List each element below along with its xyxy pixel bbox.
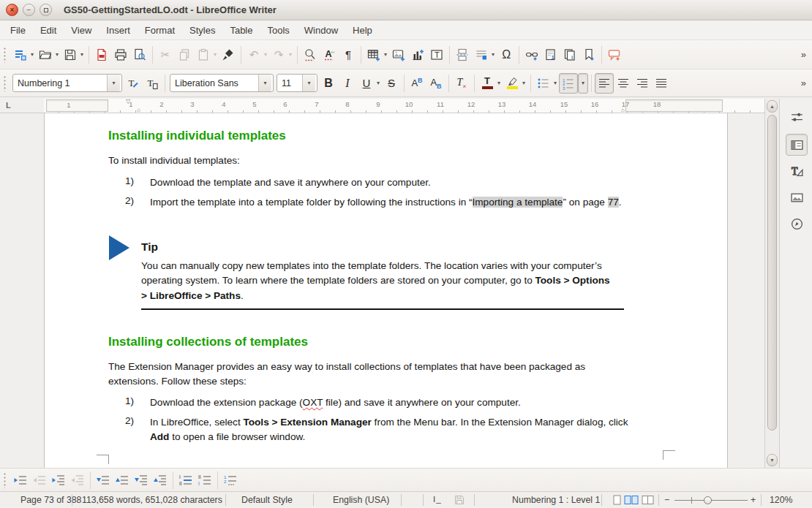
document-page[interactable]: Installing individual templates To insta… bbox=[44, 113, 728, 468]
justify-button[interactable] bbox=[652, 73, 671, 94]
zoom-out-button[interactable]: − bbox=[664, 495, 669, 505]
word-count-status[interactable]: 113,658 words, 651,028 characters bbox=[82, 495, 222, 505]
menu-format[interactable]: Format bbox=[138, 22, 182, 39]
redo-dropdown[interactable]: ▾ bbox=[289, 51, 292, 58]
book-view-button[interactable] bbox=[642, 495, 654, 507]
maximize-button[interactable] bbox=[40, 4, 52, 16]
new-dropdown[interactable]: ▾ bbox=[31, 51, 34, 58]
hanging-indent-marker[interactable]: ⌂ bbox=[137, 107, 140, 113]
insert-comment-button[interactable] bbox=[605, 45, 624, 65]
print-preview-button[interactable] bbox=[130, 45, 149, 65]
insert-hyperlink-button[interactable] bbox=[522, 45, 541, 65]
align-right-button[interactable] bbox=[633, 73, 652, 94]
align-center-button[interactable] bbox=[614, 73, 633, 94]
move-up-with-subpoints-button[interactable] bbox=[151, 470, 170, 490]
toolbar-overflow-button[interactable]: » bbox=[801, 77, 806, 88]
scroll-up-button[interactable]: ▲ bbox=[767, 100, 778, 113]
page-number-field[interactable]: 77 bbox=[608, 197, 619, 208]
sidebar-properties-tab[interactable] bbox=[786, 134, 808, 156]
clone-formatting-button[interactable] bbox=[219, 45, 238, 65]
promote-button[interactable] bbox=[30, 470, 49, 490]
page-style-status[interactable]: Default Style bbox=[241, 495, 293, 505]
toolbar-overflow-button[interactable]: » bbox=[801, 49, 806, 60]
toolbar-grip[interactable] bbox=[3, 47, 7, 63]
menu-view[interactable]: View bbox=[64, 22, 99, 39]
move-up-button[interactable] bbox=[113, 470, 132, 490]
font-size-combo[interactable]: ▾ bbox=[277, 74, 317, 92]
unordered-list-button[interactable] bbox=[534, 73, 553, 94]
move-down-with-subpoints-button[interactable] bbox=[132, 470, 151, 490]
menu-window[interactable]: Window bbox=[297, 22, 345, 39]
zoom-percent[interactable]: 120% bbox=[770, 495, 792, 505]
insert-page-break-button[interactable] bbox=[453, 45, 472, 65]
titlebar[interactable]: × − GS50-GettingStartedLO.odt - LibreOff… bbox=[0, 0, 812, 20]
highlight-color-button[interactable] bbox=[503, 73, 522, 94]
menu-file[interactable]: File bbox=[3, 22, 33, 39]
right-indent-marker[interactable]: ⌂ bbox=[621, 107, 625, 113]
close-button[interactable]: × bbox=[6, 4, 18, 16]
single-page-view-button[interactable] bbox=[613, 495, 621, 507]
insert-field-button[interactable] bbox=[472, 45, 491, 65]
ordered-list-dropdown[interactable]: ▾ bbox=[578, 73, 588, 94]
find-replace-button[interactable] bbox=[301, 45, 320, 65]
paragraph-style-input[interactable] bbox=[13, 75, 107, 91]
outline-level-status[interactable]: Numbering 1 : Level 1 bbox=[512, 495, 600, 505]
bold-button[interactable]: B bbox=[319, 73, 338, 94]
insert-bookmark-button[interactable] bbox=[579, 45, 598, 65]
toolbar-grip[interactable] bbox=[3, 75, 7, 91]
font-color-dropdown[interactable]: ▾ bbox=[497, 80, 500, 86]
zoom-in-button[interactable]: + bbox=[751, 495, 756, 505]
paste-dropdown[interactable]: ▾ bbox=[214, 51, 217, 58]
promote-with-subpoints-button[interactable] bbox=[68, 470, 87, 490]
paragraph-style-dropdown[interactable]: ▾ bbox=[107, 75, 120, 91]
font-name-dropdown[interactable]: ▾ bbox=[258, 75, 271, 91]
sidebar-settings-tab[interactable] bbox=[786, 106, 808, 128]
zoom-slider-handle[interactable] bbox=[704, 496, 712, 504]
save-button[interactable] bbox=[61, 45, 80, 65]
font-size-dropdown[interactable]: ▾ bbox=[302, 75, 315, 91]
scrollbar-thumb[interactable] bbox=[767, 115, 777, 431]
insert-text-box-button[interactable]: T bbox=[427, 45, 446, 65]
menu-help[interactable]: Help bbox=[345, 22, 380, 39]
update-style-button[interactable]: T bbox=[124, 73, 143, 94]
insert-endnote-button[interactable]: i bbox=[560, 45, 579, 65]
superscript-button[interactable]: AB bbox=[407, 73, 426, 94]
undo-dropdown[interactable]: ▾ bbox=[264, 51, 267, 58]
formatting-marks-button[interactable]: ¶ bbox=[339, 45, 358, 65]
paragraph-style-combo[interactable]: ▾ bbox=[12, 74, 122, 92]
restart-numbering-button[interactable]: III bbox=[195, 470, 214, 490]
clear-formatting-button[interactable]: T× bbox=[452, 73, 471, 94]
menu-tools[interactable]: Tools bbox=[260, 22, 296, 39]
cut-button[interactable]: ✂ bbox=[156, 45, 175, 65]
tab-type-selector[interactable]: L bbox=[6, 101, 11, 110]
spelling-button[interactable]: A bbox=[320, 45, 339, 65]
demote-button[interactable] bbox=[11, 470, 30, 490]
menu-table[interactable]: Table bbox=[222, 22, 260, 39]
move-down-button[interactable] bbox=[94, 470, 113, 490]
multi-page-view-button[interactable] bbox=[624, 495, 639, 507]
highlight-color-dropdown[interactable]: ▾ bbox=[522, 80, 525, 86]
redo-button[interactable]: ↷ bbox=[269, 45, 288, 65]
font-name-input[interactable] bbox=[170, 75, 258, 91]
strikethrough-button[interactable]: S bbox=[382, 73, 401, 94]
scroll-down-button[interactable]: ▼ bbox=[767, 454, 778, 466]
horizontal-ruler[interactable]: 1 1 2 3 4 5 6 7 8 9 10 11 12 13 14 15 16… bbox=[44, 99, 764, 113]
save-dropdown[interactable]: ▾ bbox=[80, 51, 83, 58]
insert-special-character-button[interactable]: Ω bbox=[497, 45, 516, 65]
copy-button[interactable] bbox=[175, 45, 194, 65]
insert-chart-button[interactable] bbox=[408, 45, 427, 65]
paste-button[interactable] bbox=[194, 45, 213, 65]
font-size-input[interactable] bbox=[277, 75, 302, 91]
insert-image-button[interactable] bbox=[389, 45, 408, 65]
insert-mode-icon[interactable]: I_ bbox=[433, 495, 442, 504]
ordered-list-button[interactable]: 123 bbox=[559, 73, 578, 94]
language-status[interactable]: English (USA) bbox=[333, 495, 389, 505]
save-state-icon[interactable] bbox=[454, 495, 465, 507]
cross-reference-field[interactable]: Importing a template bbox=[473, 197, 563, 208]
new-style-button[interactable]: T bbox=[143, 73, 162, 94]
sidebar-navigator-tab[interactable] bbox=[786, 213, 808, 235]
open-button[interactable] bbox=[36, 45, 55, 65]
menu-insert[interactable]: Insert bbox=[99, 22, 138, 39]
vertical-scrollbar[interactable]: ▲ ▼ bbox=[764, 99, 779, 468]
menu-edit[interactable]: Edit bbox=[33, 22, 64, 39]
